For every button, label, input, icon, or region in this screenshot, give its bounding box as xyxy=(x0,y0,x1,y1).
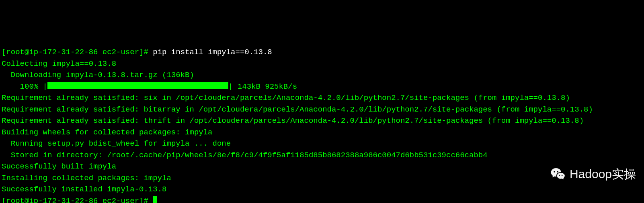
output-installing: Installing collected packages: impyla xyxy=(2,173,642,184)
command-text: pip install impyla==0.13.8 xyxy=(153,48,272,57)
cursor-block xyxy=(153,196,157,203)
prompt-line-1: [root@ip-172-31-22-86 ec2-user]# pip ins… xyxy=(2,47,642,58)
terminal-area[interactable]: [root@ip-172-31-22-86 ec2-user]# pip ins… xyxy=(2,47,642,203)
watermark: Hadoop实操 xyxy=(550,165,636,183)
output-installed: Successfully installed impyla-0.13.8 xyxy=(2,184,642,195)
prompt-userhost-2: [root@ip-172-31-22-86 ec2-user]# xyxy=(2,197,148,203)
progress-end: | 143kB 925kB/s xyxy=(228,82,297,91)
progress-percent: 100% | xyxy=(2,82,47,91)
prompt-line-2: [root@ip-172-31-22-86 ec2-user]# xyxy=(2,195,642,203)
prompt-userhost: [root@ip-172-31-22-86 ec2-user]# xyxy=(2,48,148,57)
output-built: Successfully built impyla xyxy=(2,161,642,173)
progress-bar-fill xyxy=(47,82,228,89)
watermark-text: Hadoop实操 xyxy=(570,165,636,183)
output-req-thrift: Requirement already satisfied: thrift in… xyxy=(2,115,642,127)
output-progress: 100% || 143kB 925kB/s xyxy=(2,81,642,93)
output-req-six: Requirement already satisfied: six in /o… xyxy=(2,92,642,104)
output-running: Running setup.py bdist_wheel for impyla … xyxy=(2,138,642,150)
output-collecting: Collecting impyla==0.13.8 xyxy=(2,58,642,70)
wechat-icon xyxy=(550,166,566,182)
output-downloading: Downloading impyla-0.13.8.tar.gz (136kB) xyxy=(2,69,642,81)
output-req-bitarray: Requirement already satisfied: bitarray … xyxy=(2,104,642,116)
output-stored: Stored in directory: /root/.cache/pip/wh… xyxy=(2,150,642,161)
output-building: Building wheels for collected packages: … xyxy=(2,127,642,138)
